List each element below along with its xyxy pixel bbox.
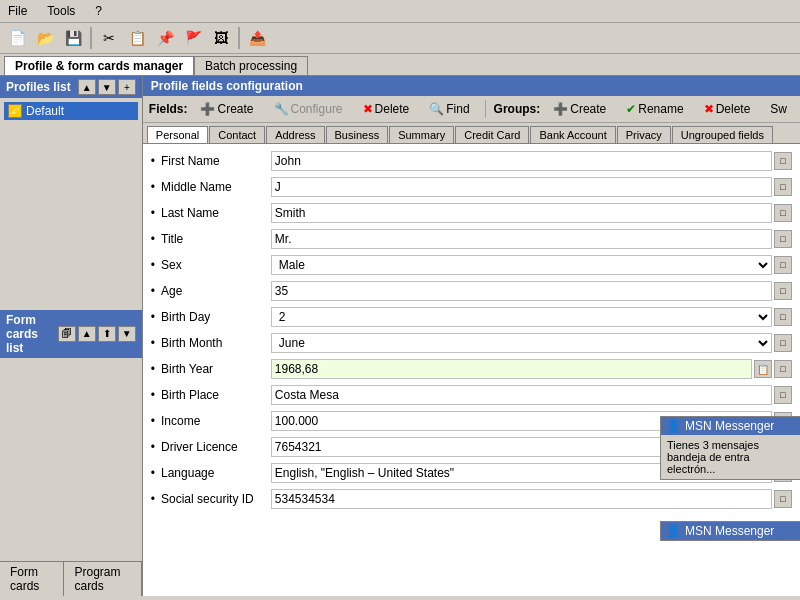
menu-file[interactable]: File [4,2,31,20]
bottom-tabs: Form cards Program cards [0,561,142,596]
field-label: •Birth Day [151,310,271,324]
toolbar-cut[interactable]: ✂ [96,26,122,50]
field-config-icon[interactable]: 📋 [754,360,772,378]
bottom-tab-program-cards[interactable]: Program cards [64,562,141,596]
toolbar-export[interactable]: 📤 [244,26,270,50]
app-tab-batch[interactable]: Batch processing [194,56,308,75]
msn-popup-2: 👤 MSN Messenger [660,521,800,541]
field-extra-icon[interactable]: □ [774,334,792,352]
form-cards-icon-btn[interactable]: 🗐 [58,326,76,342]
field-select-input[interactable]: MaleFemale [271,255,772,275]
tab-privacy[interactable]: Privacy [617,126,671,143]
field-bullet: • [151,466,155,480]
groups-rename-btn[interactable]: ✔ Rename [619,100,690,118]
field-label-text: Social security ID [161,492,254,506]
field-text-input[interactable] [271,151,772,171]
groups-delete-btn[interactable]: ✖ Delete [697,100,758,118]
field-extra-icon[interactable]: □ [774,230,792,248]
fields-configure-btn[interactable]: 🔧 Configure [267,100,350,118]
menu-help[interactable]: ? [91,2,106,20]
field-extra-icon[interactable]: □ [774,308,792,326]
tab-contact[interactable]: Contact [209,126,265,143]
form-cards-down-btn[interactable]: ▼ [118,326,136,342]
toolbar-save[interactable]: 💾 [60,26,86,50]
form-row: •Social security ID□ [147,486,796,512]
profile-icon: 🖊 [8,104,22,118]
toolbar-open[interactable]: 📂 [32,26,58,50]
fields-find-btn[interactable]: 🔍 Find [422,100,476,118]
field-bullet: • [151,232,155,246]
field-label-text: Age [161,284,182,298]
toolbar-sep1 [90,27,92,49]
msn-header-2: 👤 MSN Messenger [661,522,800,540]
groups-create-btn[interactable]: ➕ Create [546,100,613,118]
field-label-text: Driver Licence [161,440,238,454]
app-tab-profiles[interactable]: Profile & form cards manager [4,56,194,75]
fields-sep1 [485,100,486,118]
tab-credit-card[interactable]: Credit Card [455,126,529,143]
field-text-input[interactable] [271,281,772,301]
field-select-input[interactable]: 123 [271,307,772,327]
toolbar-flag[interactable]: 🚩 [180,26,206,50]
fields-delete-label: Delete [375,102,410,116]
fields-delete-btn[interactable]: ✖ Delete [356,100,417,118]
field-extra-icon[interactable]: □ [774,256,792,274]
right-panel: Profile fields configuration Fields: ➕ C… [143,76,800,596]
field-text-input[interactable] [271,203,772,223]
form-cards-up-btn[interactable]: ▲ [78,326,96,342]
field-select-input[interactable]: JanuaryFebruaryMarchAprilMayJune [271,333,772,353]
field-bullet: • [151,206,155,220]
form-row: •Age□ [147,278,796,304]
tab-business[interactable]: Business [326,126,389,143]
field-label-text: Sex [161,258,182,272]
field-text-input[interactable] [271,229,772,249]
field-label: •Middle Name [151,180,271,194]
msn-title-2: MSN Messenger [685,524,774,538]
field-extra-icon[interactable]: □ [774,360,792,378]
field-text-input[interactable] [271,489,772,509]
field-extra-icon[interactable]: □ [774,204,792,222]
tab-address[interactable]: Address [266,126,324,143]
form-cards-header: Form cards list 🗐 ▲ ⬆ ▼ [0,310,142,358]
field-label-text: Income [161,414,200,428]
toolbar-paste[interactable]: 📌 [152,26,178,50]
profile-name: Default [26,104,64,118]
fields-configure-icon: 🔧 [274,102,289,116]
profile-item-default[interactable]: 🖊 Default [4,102,138,120]
form-row: •Birth MonthJanuaryFebruaryMarchAprilMay… [147,330,796,356]
form-row: •First Name□ [147,148,796,174]
msn-icon-1: 👤 [666,419,681,433]
field-label-text: Middle Name [161,180,232,194]
field-text-input[interactable] [271,385,772,405]
right-panel-title: Profile fields configuration [151,79,303,93]
tab-summary[interactable]: Summary [389,126,454,143]
field-bullet: • [151,310,155,324]
tab-bank-account[interactable]: Bank Account [530,126,615,143]
msn-popup-1: 👤 MSN Messenger Tienes 3 mensajes bandej… [660,416,800,480]
profile-add-btn[interactable]: + [118,79,136,95]
field-text-input[interactable] [271,177,772,197]
tab-personal[interactable]: Personal [147,126,208,143]
field-label: •Birth Place [151,388,271,402]
field-extra-icon[interactable]: □ [774,178,792,196]
form-cards-label: Form cards list [6,313,58,355]
field-text-input[interactable] [271,359,752,379]
profile-down-btn[interactable]: ▼ [98,79,116,95]
toolbar-new[interactable]: 📄 [4,26,30,50]
profile-up-btn[interactable]: ▲ [78,79,96,95]
field-label: •Sex [151,258,271,272]
field-extra-icon[interactable]: □ [774,386,792,404]
toolbar-copy[interactable]: 📋 [124,26,150,50]
fields-create-btn[interactable]: ➕ Create [193,100,260,118]
field-extra-icon[interactable]: □ [774,152,792,170]
menu-tools[interactable]: Tools [43,2,79,20]
field-extra-icon[interactable]: □ [774,490,792,508]
bottom-tab-form-cards[interactable]: Form cards [0,562,64,596]
groups-sw-btn[interactable]: Sw [763,100,794,118]
form-row: •Birth Place□ [147,382,796,408]
form-cards-upup-btn[interactable]: ⬆ [98,326,116,342]
tab-ungrouped[interactable]: Ungrouped fields [672,126,773,143]
toolbar-view[interactable]: 🖼 [208,26,234,50]
msn-body-1: Tienes 3 mensajes bandeja de entra elect… [661,435,800,479]
field-extra-icon[interactable]: □ [774,282,792,300]
